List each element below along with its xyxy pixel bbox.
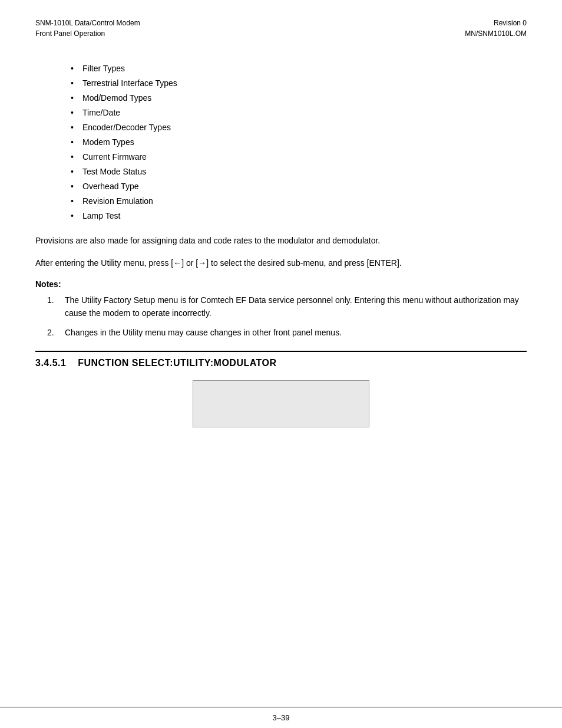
list-item: Modem Types: [71, 136, 527, 149]
lcd-display-box: [193, 380, 369, 427]
header-revision: Revision 0: [465, 18, 527, 28]
list-item: Filter Types: [71, 62, 527, 75]
list-item: Terrestrial Interface Types: [71, 77, 527, 90]
page-footer: 3–39: [0, 707, 562, 728]
header-left: SNM-1010L Data/Control Modem Front Panel…: [35, 18, 140, 39]
list-item: Encoder/Decoder Types: [71, 121, 527, 134]
page-header: SNM-1010L Data/Control Modem Front Panel…: [0, 0, 562, 45]
note-number: 1.: [47, 294, 54, 307]
feature-list: Filter TypesTerrestrial Interface TypesM…: [71, 62, 527, 222]
list-item: Time/Date: [71, 107, 527, 119]
header-doc-number: MN/SNM1010L.OM: [465, 28, 527, 39]
notes-section: Notes: 1.The Utility Factory Setup menu …: [35, 279, 527, 339]
list-item: Current Firmware: [71, 151, 527, 163]
display-box-container: [35, 380, 527, 427]
note-item: 1.The Utility Factory Setup menu is for …: [47, 294, 527, 320]
list-item: Lamp Test: [71, 210, 527, 222]
main-content: Filter TypesTerrestrial Interface TypesM…: [0, 45, 562, 707]
notes-title: Notes:: [35, 279, 527, 289]
section-title-text: FUNCTION SELECT:UTILITY:MODULATOR: [78, 358, 276, 368]
page-number: 3–39: [273, 713, 290, 722]
header-doc-title: SNM-1010L Data/Control Modem: [35, 18, 140, 28]
note-number: 2.: [47, 326, 54, 339]
section-heading-3451: 3.4.5.1 FUNCTION SELECT:UTILITY:MODULATO…: [35, 351, 527, 368]
list-item: Revision Emulation: [71, 195, 527, 207]
page: SNM-1010L Data/Control Modem Front Panel…: [0, 0, 562, 728]
section-number: 3.4.5.1: [35, 358, 66, 368]
notes-list: 1.The Utility Factory Setup menu is for …: [47, 294, 527, 339]
paragraph-after-entering: After entering the Utility menu, press […: [35, 256, 527, 269]
header-right: Revision 0 MN/SNM1010L.OM: [465, 18, 527, 39]
list-item: Overhead Type: [71, 180, 527, 193]
list-item: Mod/Demod Types: [71, 92, 527, 104]
list-item: Test Mode Status: [71, 166, 527, 178]
paragraph-provisions: Provisions are also made for assigning d…: [35, 234, 527, 247]
note-item: 2.Changes in the Utility menu may cause …: [47, 326, 527, 339]
header-doc-subtitle: Front Panel Operation: [35, 28, 140, 39]
section-title: 3.4.5.1 FUNCTION SELECT:UTILITY:MODULATO…: [35, 358, 527, 368]
